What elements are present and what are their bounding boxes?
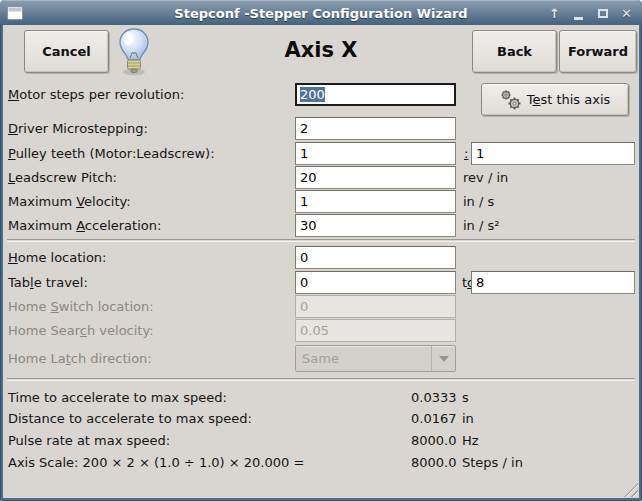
driver-microstepping-label: Driver Microstepping: — [8, 121, 148, 136]
leadscrew-pitch-unit: rev / in — [463, 170, 508, 185]
distance-to-accel-value: 0.0167 — [411, 411, 457, 426]
close-button[interactable]: ✕ — [619, 5, 634, 23]
pulley-motor-teeth-input[interactable] — [295, 142, 456, 165]
pulley-leadscrew-teeth-input[interactable] — [471, 142, 635, 165]
home-location-input[interactable] — [295, 246, 456, 269]
pulley-teeth-label: Pulley teeth (Motor:Leadscrew): — [8, 146, 215, 161]
leadscrew-pitch-label: Leadscrew Pitch: — [8, 170, 117, 185]
distance-to-accel-label: Distance to accelerate to max speed: — [8, 411, 252, 426]
home-location-label: Home location: — [8, 250, 107, 265]
chevron-down-icon — [439, 356, 449, 362]
separator — [7, 239, 635, 241]
pulse-rate-value: 8000.0 — [411, 433, 457, 448]
time-to-accel-label: Time to accelerate to max speed: — [8, 390, 227, 405]
pulse-rate-unit: Hz — [462, 433, 479, 448]
table-travel-max-input[interactable] — [471, 271, 635, 294]
test-this-axis-label: Test this axis — [527, 92, 611, 107]
max-velocity-unit: in / s — [463, 194, 494, 209]
shade-window-button[interactable]: ↑ — [547, 5, 562, 23]
max-acceleration-input[interactable] — [295, 214, 456, 237]
pulley-ratio-separator: : — [464, 146, 468, 161]
forward-button[interactable]: Forward — [559, 30, 637, 73]
time-to-accel-unit: s — [462, 390, 469, 405]
resize-grip[interactable] — [624, 483, 638, 497]
shade-icon: ↑ — [549, 7, 560, 20]
time-to-accel-value: 0.0333 — [411, 390, 457, 405]
selected-text: 200 — [300, 87, 325, 102]
minimize-icon — [574, 17, 583, 20]
axis-scale-label: Axis Scale: 200 × 2 × (1.0 ÷ 1.0) × 20.0… — [8, 455, 304, 470]
home-switch-location-label: Home Switch location: — [8, 299, 154, 314]
home-search-velocity-input — [295, 319, 456, 342]
pulse-rate-label: Pulse rate at max speed: — [8, 433, 170, 448]
axis-scale-unit: Steps / in — [462, 455, 523, 470]
distance-to-accel-unit: in — [462, 411, 474, 426]
window-title: Stepconf -Stepper Configuration Wizard — [0, 6, 642, 21]
home-latch-direction-select: Same — [295, 345, 456, 372]
leadscrew-pitch-input[interactable] — [295, 166, 456, 189]
back-button[interactable]: Back — [472, 30, 557, 73]
home-search-velocity-label: Home Search velocity: — [8, 323, 154, 338]
max-acceleration-unit: in / s² — [463, 218, 499, 233]
gears-icon — [500, 89, 521, 110]
max-acceleration-label: Maximum Acceleration: — [8, 218, 161, 233]
home-latch-direction-value: Same — [302, 351, 339, 366]
max-velocity-label: Maximum Velocity: — [8, 194, 131, 209]
separator — [7, 378, 635, 380]
wizard-page-axis-x: Cancel Axis X Back Forward — [3, 25, 639, 498]
titlebar[interactable]: Stepconf -Stepper Configuration Wizard ↑… — [0, 0, 642, 25]
combo-arrow-button — [431, 346, 455, 371]
motor-steps-label: Motor steps per revolution: — [8, 87, 184, 102]
close-icon: ✕ — [621, 7, 632, 20]
test-this-axis-button[interactable]: Test this axis — [481, 83, 629, 116]
motor-steps-input[interactable]: 200 — [295, 83, 456, 106]
stepconf-window: Stepconf -Stepper Configuration Wizard ↑… — [0, 0, 642, 501]
maximize-icon — [598, 9, 608, 18]
home-switch-location-input — [295, 295, 456, 318]
max-velocity-input[interactable] — [295, 190, 456, 213]
table-travel-min-input[interactable] — [295, 271, 456, 294]
maximize-button[interactable] — [595, 5, 610, 23]
table-travel-label: Table travel: — [8, 275, 88, 290]
home-latch-direction-label: Home Latch direction: — [8, 351, 152, 366]
driver-microstepping-input[interactable] — [295, 117, 456, 140]
minimize-button[interactable] — [571, 5, 586, 23]
axis-scale-value: 8000.0 — [411, 455, 457, 470]
